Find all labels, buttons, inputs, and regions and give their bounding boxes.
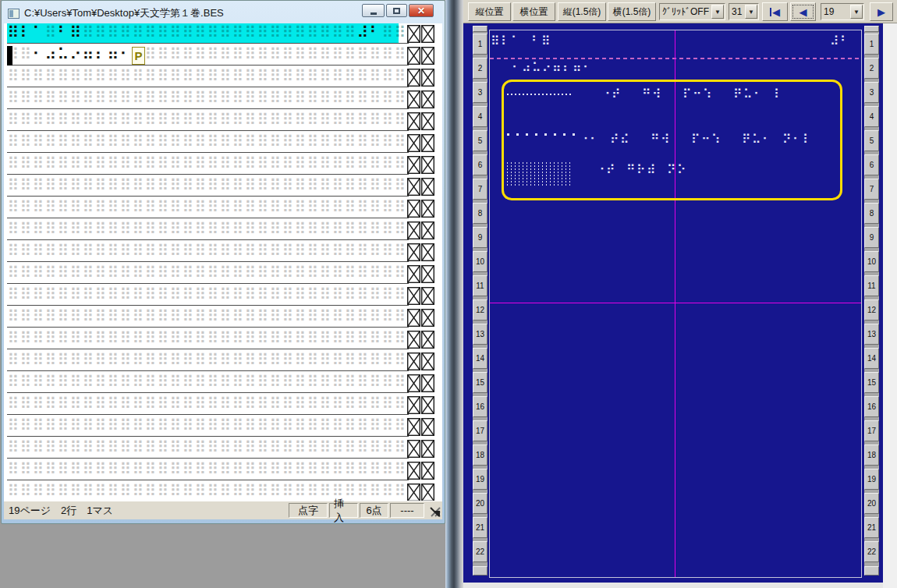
close-button[interactable]: ✕: [409, 4, 434, 17]
editor-line[interactable]: ⠿⠿⠿⠿⠿⠿⠿⠿⠿⠿⠿⠿⠿⠿⠿⠿⠿⠿⠿⠿⠿⠿⠿⠿⠿⠿⠿⠿⠿⠿⠿⠿: [4, 395, 442, 416]
editor-line[interactable]: ⠿⠿⠿⠿⠿⠿⠿⠿⠿⠿⠿⠿⠿⠿⠿⠿⠿⠿⠿⠿⠿⠿⠿⠿⠿⠿⠿⠿⠿⠿⠿⠿: [4, 67, 442, 89]
row-number-18[interactable]: 18: [473, 445, 488, 466]
status-input-mode[interactable]: 挿入: [329, 503, 358, 518]
editor-line[interactable]: ⠿⠿⠿⠿⠿⠿⠿⠿⠿⠿⠿⠿⠿⠿⠿⠿⠿⠿⠿⠿⠿⠿⠿⠿⠿⠿⠿⠿⠿⠿⠿⠿: [4, 285, 442, 307]
editor-line[interactable]: ⠿⠿⠿⠿⠿⠿⠿⠿⠿⠿⠿⠿⠿⠿⠿⠿⠿⠿⠿⠿⠿⠿⠿⠿⠿⠿⠿⠿⠿⠿⠿⠿: [4, 373, 442, 395]
first-page-button[interactable]: ◀: [762, 2, 788, 21]
editor-line[interactable]: ⠿⠿⠂⠴⠥⠔⠶⠆⠶⠂⠿⠿⠿⠿⠿⠿⠿⠿⠿⠿⠿⠿⠿⠿⠿⠿⠿⠿⠿⠿⠿⠿P: [4, 45, 442, 67]
editor-line[interactable]: ⠿⠿⠿⠿⠿⠿⠿⠿⠿⠿⠿⠿⠿⠿⠿⠿⠿⠿⠿⠿⠿⠿⠿⠿⠿⠿⠿⠿⠿⠿⠿⠿: [4, 198, 442, 220]
row-number-9[interactable]: 9: [473, 227, 488, 248]
row-number-13[interactable]: 13: [864, 324, 879, 345]
braille-cell: ⠿: [369, 155, 381, 174]
row-number-17[interactable]: 17: [864, 420, 879, 441]
canvas-braille-cell: ⠒: [700, 133, 711, 146]
editor-line[interactable]: ⠿⠿⠿⠿⠿⠿⠿⠿⠿⠿⠿⠿⠿⠿⠿⠿⠿⠿⠿⠿⠿⠿⠿⠿⠿⠿⠿⠿⠿⠿⠿⠿: [4, 416, 442, 438]
tab-vertical-zoom[interactable]: 縦(1.5倍): [558, 2, 606, 21]
row-number-9[interactable]: 9: [864, 227, 879, 248]
braille-cell: ⠿: [44, 395, 57, 414]
editor-line[interactable]: ⠿⠿⠿⠿⠿⠿⠿⠿⠿⠿⠿⠿⠿⠿⠿⠿⠿⠿⠿⠿⠿⠿⠿⠿⠿⠿⠿⠿⠿⠿⠿⠿: [4, 176, 442, 198]
page-select[interactable]: 19 ▼: [821, 3, 864, 20]
row-number-3[interactable]: 3: [864, 82, 879, 103]
editor-line[interactable]: ⠿⠿⠿⠿⠿⠿⠿⠿⠿⠿⠿⠿⠿⠿⠿⠿⠿⠿⠿⠿⠿⠿⠿⠿⠿⠿⠿⠿⠿⠿⠿⠿: [4, 482, 442, 501]
row-number-16[interactable]: 16: [473, 396, 488, 417]
row-number-18[interactable]: 18: [864, 445, 879, 466]
row-number-16[interactable]: 16: [864, 396, 879, 417]
editor-line[interactable]: ⠿⠿⠿⠿⠿⠿⠿⠿⠿⠿⠿⠿⠿⠿⠿⠿⠿⠿⠿⠿⠿⠿⠿⠿⠿⠿⠿⠿⠿⠿⠿⠿: [4, 133, 442, 154]
row-number-8[interactable]: 8: [473, 203, 488, 224]
row-number-4[interactable]: 4: [473, 106, 488, 127]
chevron-down-icon[interactable]: ▼: [745, 5, 757, 19]
row-number-22[interactable]: 22: [864, 541, 879, 562]
editor-line[interactable]: ⠿⠿⠿⠿⠿⠿⠿⠿⠿⠿⠿⠿⠿⠿⠿⠿⠿⠿⠿⠿⠿⠿⠿⠿⠿⠿⠿⠿⠿⠿⠿⠿: [4, 242, 442, 264]
maximize-button[interactable]: [386, 4, 407, 17]
row-number-7[interactable]: 7: [473, 179, 488, 200]
chevron-down-icon[interactable]: ▼: [711, 5, 724, 19]
resize-grip[interactable]: [427, 504, 441, 517]
row-number-1[interactable]: 1: [473, 34, 488, 55]
width-select[interactable]: 31 ▼: [729, 3, 759, 20]
tab-horizontal-zoom[interactable]: 横(1.5倍): [608, 2, 656, 21]
next-page-button[interactable]: ▶: [870, 2, 893, 21]
chevron-down-icon[interactable]: ▼: [850, 5, 863, 19]
editor-line[interactable]: ⠿⠿⠿⠿⠿⠿⠿⠿⠿⠿⠿⠿⠿⠿⠿⠿⠿⠿⠿⠿⠿⠿⠿⠿⠿⠿⠿⠿⠿⠿⠿⠿: [4, 89, 442, 111]
row-number-11[interactable]: 11: [473, 275, 488, 296]
braille-cell: ⠿: [356, 221, 369, 239]
row-number-21[interactable]: 21: [473, 517, 488, 538]
minimize-button[interactable]: [362, 4, 385, 17]
previous-page-button[interactable]: ◀: [790, 2, 816, 21]
row-number-6[interactable]: 6: [864, 154, 879, 175]
row-number-15[interactable]: 15: [473, 372, 488, 393]
row-number-11[interactable]: 11: [864, 275, 879, 296]
editor-line[interactable]: ⠿⠿⠿⠿⠿⠿⠿⠿⠿⠿⠿⠿⠿⠿⠿⠿⠿⠿⠿⠿⠿⠿⠿⠿⠿⠿⠿⠿⠿⠿⠿⠿: [4, 154, 442, 176]
braille-cell: ⠶: [107, 46, 119, 65]
grid-select[interactable]: ｸﾞﾘｯﾄﾞOFF ▼: [659, 3, 725, 20]
braille-cell: ⠿: [381, 461, 394, 480]
row-number-10[interactable]: 10: [473, 251, 488, 272]
row-number-19[interactable]: 19: [864, 469, 879, 490]
braille-cell: ⠿: [381, 374, 394, 392]
row-number-14[interactable]: 14: [864, 348, 879, 369]
tab-vertical-position[interactable]: 縦位置: [468, 2, 511, 21]
row-number-20[interactable]: 20: [473, 493, 488, 514]
row-number-10[interactable]: 10: [864, 251, 879, 272]
row-number-2[interactable]: 2: [864, 58, 879, 79]
editor-line[interactable]: ⠿⠿⠿⠿⠿⠿⠿⠿⠿⠿⠿⠿⠿⠿⠿⠿⠿⠿⠿⠿⠿⠿⠿⠿⠿⠿⠿⠿⠿⠿⠿⠿: [4, 351, 442, 373]
row-number-19[interactable]: 19: [473, 469, 488, 490]
row-number-5[interactable]: 5: [864, 130, 879, 151]
editor-line[interactable]: ⠿⠿⠿⠿⠿⠿⠿⠿⠿⠿⠿⠿⠿⠿⠿⠿⠿⠿⠿⠿⠿⠿⠿⠿⠿⠿⠿⠿⠿⠿⠿⠿: [4, 438, 442, 460]
editor-line[interactable]: ⠿⠇⠁⠿⠃⠿⠿⠿⠿⠿⠿⠿⠿⠿⠿⠿⠿⠿⠿⠿⠿⠿⠿⠿⠿⠿⠿⠿⠼⠃⠿⠿: [4, 23, 442, 45]
row-number-6[interactable]: 6: [473, 154, 488, 175]
editor-line[interactable]: ⠿⠿⠿⠿⠿⠿⠿⠿⠿⠿⠿⠿⠿⠿⠿⠿⠿⠿⠿⠿⠿⠿⠿⠿⠿⠿⠿⠿⠿⠿⠿⠿: [4, 111, 442, 133]
row-number-20[interactable]: 20: [864, 493, 879, 514]
editor-line[interactable]: ⠿⠿⠿⠿⠿⠿⠿⠿⠿⠿⠿⠿⠿⠿⠿⠿⠿⠿⠿⠿⠿⠿⠿⠿⠿⠿⠿⠿⠿⠿⠿⠿: [4, 220, 442, 242]
braille-cell: ⠿: [144, 483, 157, 501]
editor-line[interactable]: ⠿⠿⠿⠿⠿⠿⠿⠿⠿⠿⠿⠿⠿⠿⠿⠿⠿⠿⠿⠿⠿⠿⠿⠿⠿⠿⠿⠿⠿⠿⠿⠿: [4, 307, 442, 329]
row-number-2[interactable]: 2: [473, 58, 488, 79]
editor-line[interactable]: ⠿⠿⠿⠿⠿⠿⠿⠿⠿⠿⠿⠿⠿⠿⠿⠿⠿⠿⠿⠿⠿⠿⠿⠿⠿⠿⠿⠿⠿⠿⠿⠿: [4, 460, 442, 482]
row-number-21[interactable]: 21: [864, 517, 879, 538]
row-number-5[interactable]: 5: [473, 130, 488, 151]
row-number-3[interactable]: 3: [473, 82, 488, 103]
braille-cell: ⠿: [57, 264, 69, 283]
row-number-13[interactable]: 13: [473, 324, 488, 345]
row-number-12[interactable]: 12: [473, 299, 488, 321]
row-number-15[interactable]: 15: [864, 372, 879, 393]
braille-cell: ⠿: [356, 264, 369, 283]
row-number-17[interactable]: 17: [473, 420, 488, 441]
page-canvas[interactable]: ⠿⠇⠁⠀⠃⠿⠼⠃⠂⠴⠥⠔⠶⠆⠶⠂⠐⠞⠀⠀⠛⠺⠀⠀⠏⠒⠱⠀⠀⠟⠥⠂⠀⠇⠐⠂⠀⠞⠮⠀…: [463, 23, 883, 583]
braille-editor[interactable]: ⠿⠇⠁⠿⠃⠿⠿⠿⠿⠿⠿⠿⠿⠿⠿⠿⠿⠿⠿⠿⠿⠿⠿⠿⠿⠿⠿⠿⠼⠃⠿⠿⠿⠿⠂⠴⠥⠔⠶⠆…: [4, 23, 442, 501]
editor-line[interactable]: ⠿⠿⠿⠿⠿⠿⠿⠿⠿⠿⠿⠿⠿⠿⠿⠿⠿⠿⠿⠿⠿⠿⠿⠿⠿⠿⠿⠿⠿⠿⠿⠿: [4, 264, 442, 285]
row-number-4[interactable]: 4: [864, 106, 879, 127]
row-number-1[interactable]: 1: [864, 34, 879, 55]
row-number-22[interactable]: 22: [473, 541, 488, 562]
row-number-14[interactable]: 14: [473, 348, 488, 369]
row-number-7[interactable]: 7: [864, 179, 879, 200]
editor-line[interactable]: ⠿⠿⠿⠿⠿⠿⠿⠿⠿⠿⠿⠿⠿⠿⠿⠿⠿⠿⠿⠿⠿⠿⠿⠿⠿⠿⠿⠿⠿⠿⠿⠿: [4, 329, 442, 351]
braille-cell: ⠿: [232, 439, 244, 458]
row-number-8[interactable]: 8: [864, 203, 879, 224]
tab-horizontal-position[interactable]: 横位置: [512, 2, 555, 21]
braille-cell: ⠿: [119, 461, 132, 480]
pane-divider[interactable]: [445, 0, 463, 588]
row-number-12[interactable]: 12: [864, 299, 879, 321]
braille-cell: ⠿: [182, 417, 194, 436]
